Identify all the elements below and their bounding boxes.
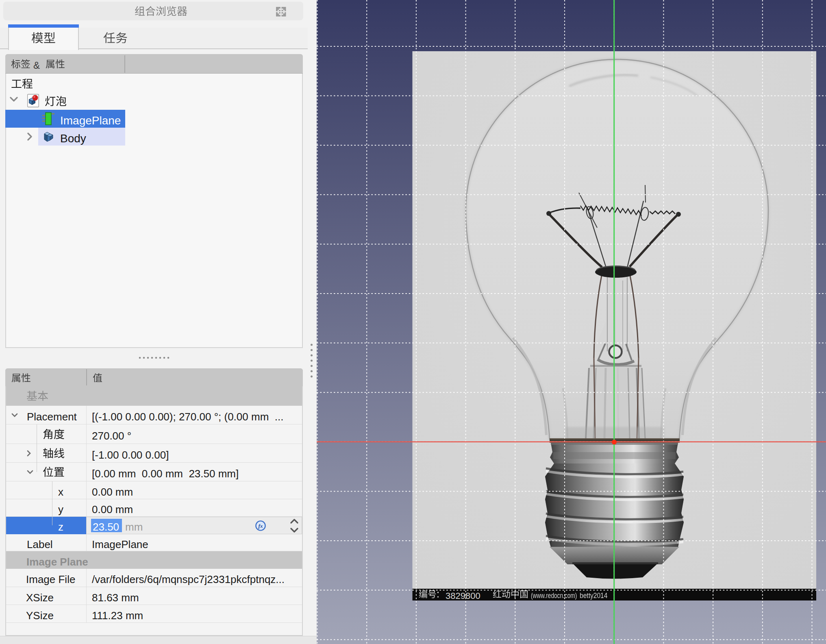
svg-text:fx: fx [259,523,263,529]
